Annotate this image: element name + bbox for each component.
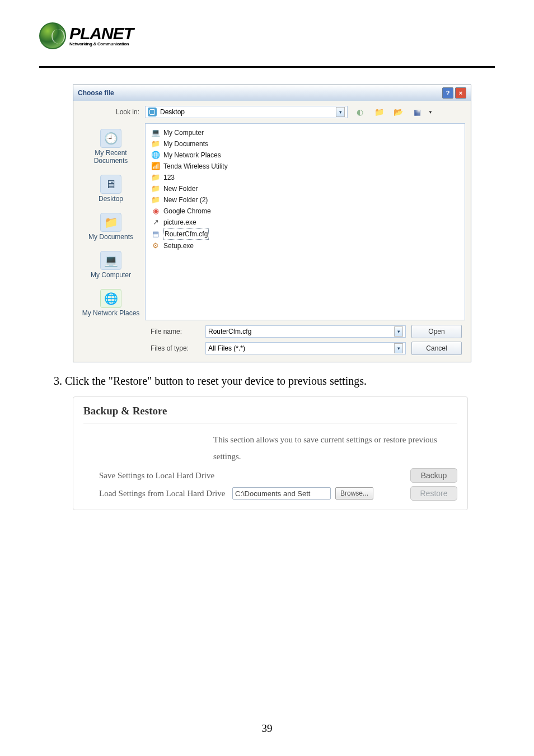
backup-button-label: Backup [421, 471, 447, 480]
list-item[interactable]: ◉Google Chrome [150, 206, 460, 217]
place-desktop[interactable]: 🖥 Desktop [79, 171, 143, 206]
file-type-value: All Files (*.*) [208, 344, 245, 352]
logo-title: PLANET [69, 25, 133, 42]
folder-icon: 📁 [151, 173, 160, 182]
choose-file-dialog: Choose file ? × Look in: Desktop ▾ ◐ 📁 📂… [73, 85, 471, 362]
chevron-down-icon[interactable]: ▾ [394, 343, 403, 353]
dialog-title-text: Choose file [78, 89, 114, 97]
cancel-button-label: Cancel [426, 344, 447, 352]
file-name-value: RouterCfm.cfg [208, 328, 251, 335]
chevron-down-icon[interactable]: ▾ [336, 107, 345, 117]
computer-icon: 💻 [151, 128, 160, 137]
application-icon: 📶 [151, 162, 160, 171]
list-item[interactable]: ⚙Setup.exe [150, 240, 460, 251]
list-item[interactable]: 📁New Folder [150, 183, 460, 194]
dialog-titlebar[interactable]: Choose file ? × [73, 85, 471, 101]
up-one-level-icon[interactable]: 📁 [372, 105, 386, 119]
panel-divider [83, 423, 457, 423]
places-bar: 🕘 My Recent Documents 🖥 Desktop 📁 My Doc… [79, 123, 145, 320]
panel-description-line1: This section allows you to save current … [213, 431, 457, 448]
list-item-label: My Network Places [163, 150, 221, 160]
desktop-icon [148, 108, 157, 116]
my-network-places-icon: 🌐 [100, 289, 121, 308]
close-button[interactable]: × [455, 87, 466, 99]
place-recent-label: My Recent Documents [80, 149, 142, 165]
list-item-selected[interactable]: ▤RouterCfm.cfg [150, 228, 460, 240]
panel-description-line2: settings. [213, 448, 457, 465]
place-desktop-label: Desktop [99, 195, 123, 203]
browse-button[interactable]: Browse... [335, 487, 373, 500]
load-settings-label: Load Settings from Local Hard Drive [83, 489, 228, 498]
list-item[interactable]: 📁New Folder (2) [150, 194, 460, 206]
look-in-combo[interactable]: Desktop ▾ [145, 106, 348, 118]
logo-subtitle: Networking & Communication [69, 42, 133, 46]
list-item-label: Setup.exe [163, 241, 194, 251]
file-type-label: Files of type: [151, 344, 200, 352]
my-documents-icon: 📁 [100, 213, 121, 232]
restore-button-label: Restore [420, 489, 447, 498]
back-icon[interactable]: ◐ [353, 105, 367, 119]
place-mycomp-label: My Computer [91, 271, 131, 279]
views-menu-arrow[interactable]: ▼ [428, 110, 433, 115]
list-item-label: RouterCfm.cfg [163, 228, 209, 240]
open-button-label: Open [428, 328, 444, 335]
config-file-icon: ▤ [151, 230, 160, 239]
list-item-label: My Documents [163, 139, 208, 149]
place-mydocs[interactable]: 📁 My Documents [79, 209, 143, 244]
network-places-icon: 🌐 [151, 151, 160, 160]
backup-restore-panel: Backup & Restore This section allows you… [73, 396, 468, 510]
page-number: 39 [0, 722, 534, 735]
save-settings-label: Save Settings to Local Hard Drive [83, 471, 228, 480]
file-name-field[interactable]: RouterCfm.cfg ▾ [205, 325, 406, 338]
brand-logo: PLANET Networking & Communication [39, 22, 133, 54]
look-in-value: Desktop [160, 108, 185, 116]
folder-icon: 📁 [151, 184, 160, 193]
chevron-down-icon[interactable]: ▾ [394, 326, 403, 337]
load-path-input[interactable] [232, 487, 331, 500]
place-mycomp[interactable]: 💻 My Computer [79, 248, 143, 282]
globe-icon [39, 22, 66, 49]
folder-icon: 📁 [151, 195, 160, 204]
file-list[interactable]: 💻My Computer 📁My Documents 🌐My Network P… [145, 123, 465, 320]
list-item[interactable]: 📁123 [150, 172, 460, 183]
panel-title: Backup & Restore [83, 405, 457, 417]
file-type-field[interactable]: All Files (*.*) ▾ [205, 342, 406, 354]
my-computer-icon: 💻 [100, 251, 121, 270]
instruction-step-3: 3. Click the "Restore" button to reset y… [54, 375, 489, 388]
list-item-label: Google Chrome [163, 206, 211, 216]
backup-button[interactable]: Backup [410, 468, 457, 483]
header-rule [39, 66, 495, 68]
restore-button[interactable]: Restore [410, 486, 457, 501]
list-item-label: New Folder (2) [163, 195, 208, 205]
list-item[interactable]: 📶Tenda Wireless Utility [150, 161, 460, 172]
chrome-icon: ◉ [151, 207, 160, 216]
views-icon[interactable]: ▦ [410, 105, 424, 119]
list-item[interactable]: 💻My Computer [150, 127, 460, 138]
new-folder-icon[interactable]: 📂 [391, 105, 405, 119]
list-item-label: Tenda Wireless Utility [163, 161, 228, 171]
open-button[interactable]: Open [411, 325, 462, 338]
setup-icon: ⚙ [151, 241, 160, 250]
cancel-button[interactable]: Cancel [411, 342, 462, 355]
place-mynet-label: My Network Places [82, 309, 140, 317]
list-item-label: 123 [163, 172, 175, 183]
list-item-label: My Computer [163, 128, 204, 138]
list-item[interactable]: ↗picture.exe [150, 217, 460, 228]
folder-icon: 📁 [151, 139, 160, 148]
list-item[interactable]: 📁My Documents [150, 138, 460, 150]
place-recent[interactable]: 🕘 My Recent Documents [79, 125, 143, 168]
place-mynet[interactable]: 🌐 My Network Places [79, 286, 143, 320]
help-button[interactable]: ? [442, 87, 453, 99]
list-item-label: New Folder [163, 184, 198, 194]
desktop-place-icon: 🖥 [100, 175, 121, 194]
place-mydocs-label: My Documents [88, 233, 133, 241]
list-item[interactable]: 🌐My Network Places [150, 150, 460, 161]
recent-documents-icon: 🕘 [100, 129, 121, 148]
list-item-label: picture.exe [163, 217, 196, 227]
executable-icon: ↗ [151, 218, 160, 227]
look-in-label: Look in: [79, 108, 139, 116]
file-name-label: File name: [151, 328, 200, 335]
